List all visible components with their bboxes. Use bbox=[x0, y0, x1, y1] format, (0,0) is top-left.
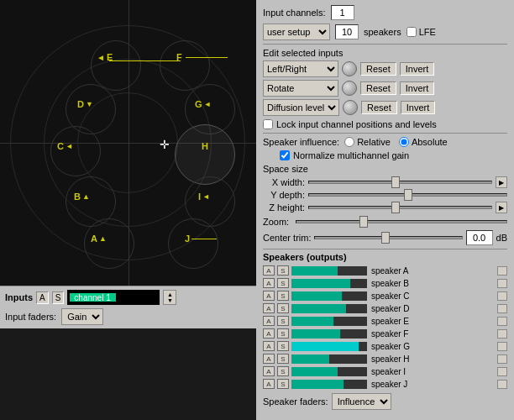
z-slider-thumb[interactable] bbox=[391, 202, 400, 213]
channel-name: channel 1 bbox=[74, 293, 110, 302]
invert-btn-1[interactable]: Invert bbox=[400, 62, 435, 76]
x-slider-end[interactable]: ▶ bbox=[496, 176, 507, 188]
sp-s-btn-0[interactable]: S bbox=[277, 265, 289, 276]
sp-scroll-9[interactable] bbox=[497, 380, 507, 389]
sp-a-btn-6[interactable]: A bbox=[263, 341, 275, 351]
absolute-radio[interactable] bbox=[399, 137, 409, 147]
sp-s-btn-2[interactable]: S bbox=[277, 291, 289, 301]
trim-slider-track[interactable] bbox=[314, 236, 462, 239]
reset-btn-1[interactable]: Reset bbox=[360, 62, 396, 76]
sp-meter-7 bbox=[291, 354, 367, 364]
sp-scroll-1[interactable] bbox=[497, 279, 507, 288]
trim-value-input[interactable] bbox=[466, 230, 493, 245]
sp-a-btn-2[interactable]: A bbox=[263, 291, 275, 301]
x-label: X width: bbox=[263, 177, 305, 187]
sp-s-btn-5[interactable]: S bbox=[277, 328, 289, 339]
relative-radio[interactable] bbox=[344, 137, 354, 147]
label-b: B ▲ bbox=[74, 192, 90, 202]
invert-btn-3[interactable]: Invert bbox=[401, 101, 436, 114]
edit-select-1[interactable]: Left/Right bbox=[263, 60, 338, 77]
label-i: I ◄ bbox=[198, 192, 210, 202]
knob-3[interactable] bbox=[343, 100, 358, 115]
sp-a-btn-1[interactable]: A bbox=[263, 278, 275, 288]
sp-s-btn-6[interactable]: S bbox=[277, 341, 289, 351]
edit-row-1: Left/Right Reset Invert bbox=[263, 60, 507, 77]
circle-c bbox=[50, 126, 101, 176]
absolute-option[interactable]: Absolute bbox=[399, 137, 448, 147]
zoom-slider-track[interactable] bbox=[296, 220, 507, 223]
separator-1 bbox=[263, 44, 507, 45]
trim-slider-thumb[interactable] bbox=[381, 232, 390, 244]
speaker-list: A S speaker A A S speaker B A S speaker … bbox=[263, 265, 507, 390]
input-channels-value[interactable] bbox=[331, 5, 354, 20]
edit-select-2[interactable]: Rotate bbox=[263, 80, 338, 97]
sp-s-btn-9[interactable]: S bbox=[277, 379, 289, 389]
center-crosshair[interactable]: ✛ bbox=[160, 138, 170, 151]
y-slider-track[interactable] bbox=[308, 193, 507, 197]
sp-s-btn-7[interactable]: S bbox=[277, 354, 289, 364]
speakers-count[interactable] bbox=[335, 24, 359, 39]
sp-a-btn-9[interactable]: A bbox=[263, 379, 275, 389]
knob-2[interactable] bbox=[342, 81, 357, 96]
circle-h bbox=[175, 124, 235, 185]
faders-select[interactable]: Gain bbox=[61, 308, 103, 325]
sp-a-btn-7[interactable]: A bbox=[263, 354, 275, 364]
sp-a-btn-4[interactable]: A bbox=[263, 316, 275, 326]
sp-a-btn-5[interactable]: A bbox=[263, 328, 275, 339]
sp-scroll-4[interactable] bbox=[497, 317, 507, 326]
bottom-controls: Inputs A S channel 1 ▲ ▼ Input faders: G… bbox=[0, 286, 256, 328]
user-setup-row: user setup speakers LFE bbox=[263, 24, 507, 40]
x-slider-thumb[interactable] bbox=[391, 176, 400, 188]
spatial-canvas[interactable]: ◄ E F D ▼ G ◄ C ◄ H bbox=[0, 0, 256, 286]
reset-btn-3[interactable]: Reset bbox=[361, 101, 397, 114]
edit-select-3[interactable]: Diffusion level bbox=[263, 99, 339, 116]
sp-meter-9 bbox=[291, 380, 367, 389]
x-slider-track[interactable] bbox=[308, 181, 492, 184]
zoom-slider-thumb[interactable] bbox=[359, 216, 368, 228]
sp-meter-8 bbox=[291, 367, 367, 376]
z-slider-track[interactable] bbox=[308, 206, 492, 209]
sp-scroll-2[interactable] bbox=[497, 291, 507, 301]
label-g: G ◄ bbox=[195, 99, 211, 109]
lfe-checkbox[interactable] bbox=[406, 27, 417, 37]
sp-scroll-0[interactable] bbox=[497, 266, 507, 276]
user-setup-select[interactable]: user setup bbox=[263, 24, 330, 40]
input-remove-btn[interactable]: S bbox=[52, 291, 65, 304]
channel-scroll[interactable]: ▲ ▼ bbox=[163, 290, 176, 305]
relative-option[interactable]: Relative bbox=[344, 137, 391, 147]
sp-s-btn-8[interactable]: S bbox=[277, 366, 289, 376]
sp-name-1: speaker B bbox=[371, 279, 409, 288]
sp-s-btn-3[interactable]: S bbox=[277, 303, 289, 313]
line-j bbox=[191, 239, 217, 239]
sp-name-4: speaker E bbox=[371, 317, 409, 326]
separator-2 bbox=[263, 133, 507, 134]
zoom-label: Zoom: bbox=[263, 217, 292, 227]
sp-a-btn-3[interactable]: A bbox=[263, 303, 275, 313]
input-add-btn[interactable]: A bbox=[36, 291, 49, 304]
input-channels-row: Input channels: bbox=[263, 5, 507, 20]
sp-s-btn-1[interactable]: S bbox=[277, 278, 289, 288]
z-slider-end[interactable]: ▶ bbox=[496, 202, 507, 213]
sp-s-btn-4[interactable]: S bbox=[277, 316, 289, 326]
sp-scroll-5[interactable] bbox=[497, 329, 507, 339]
speaker-row-5: A S speaker F bbox=[263, 328, 507, 339]
lock-checkbox[interactable] bbox=[263, 119, 273, 129]
circle-e bbox=[91, 40, 141, 91]
sp-bar-7 bbox=[291, 354, 329, 364]
reset-btn-2[interactable]: Reset bbox=[360, 81, 396, 95]
speaker-faders-select[interactable]: Influence bbox=[332, 393, 391, 410]
sp-a-btn-8[interactable]: A bbox=[263, 366, 275, 376]
sp-name-3: speaker D bbox=[371, 304, 410, 313]
invert-btn-2[interactable]: Invert bbox=[400, 81, 435, 95]
normalize-checkbox[interactable] bbox=[280, 150, 290, 160]
knob-1[interactable] bbox=[342, 61, 357, 76]
sp-name-2: speaker C bbox=[371, 291, 410, 301]
sp-bar-1 bbox=[291, 279, 350, 288]
sp-scroll-6[interactable] bbox=[497, 342, 507, 351]
sp-a-btn-0[interactable]: A bbox=[263, 265, 275, 276]
arrow-i: ◄ bbox=[202, 192, 210, 201]
sp-scroll-8[interactable] bbox=[497, 367, 507, 376]
sp-scroll-3[interactable] bbox=[497, 304, 507, 313]
y-slider-thumb[interactable] bbox=[404, 189, 412, 201]
sp-scroll-7[interactable] bbox=[497, 354, 507, 364]
